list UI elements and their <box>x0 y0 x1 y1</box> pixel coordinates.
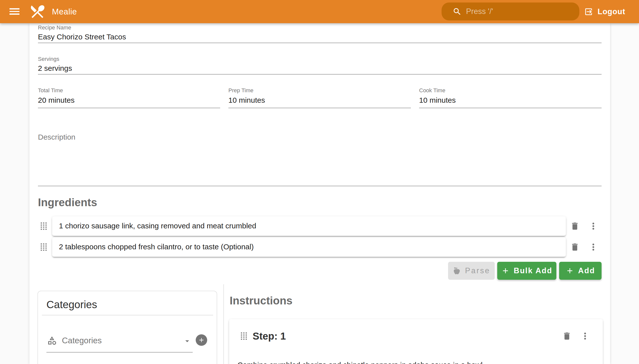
categories-select-underline <box>46 352 193 352</box>
prep-time-label: Prep Time <box>228 87 253 94</box>
delete-ingredient-icon[interactable] <box>570 222 580 231</box>
mealie-recipe-editor-page: { "app_bar": { "title": "Mealie", "searc… <box>0 0 639 364</box>
add-category-button[interactable] <box>196 334 207 346</box>
ingredient-menu-icon[interactable] <box>588 221 598 231</box>
drag-handle-icon[interactable] <box>41 243 47 251</box>
search-input[interactable]: Press '/' <box>442 2 579 20</box>
plus-icon <box>198 336 205 344</box>
ingredient-input[interactable]: 2 tablespoons chopped fresh cilantro, or… <box>52 237 566 257</box>
search-icon <box>453 7 462 16</box>
ingredients-heading: Ingredients <box>38 196 97 209</box>
app-bar: Mealie Press '/' Logout <box>0 0 639 23</box>
chevron-down-icon[interactable] <box>183 336 192 346</box>
categories-card: Categories Categories <box>38 291 217 364</box>
cook-time-label: Cook Time <box>419 87 445 94</box>
plus-icon <box>501 266 510 275</box>
ingredient-menu-icon[interactable] <box>588 242 598 252</box>
logout-label: Logout <box>597 7 625 16</box>
column-divider <box>224 284 224 364</box>
categories-select[interactable]: Categories <box>47 335 197 346</box>
delete-step-icon[interactable] <box>562 331 572 341</box>
categories-divider <box>42 315 213 316</box>
parse-label: Parse <box>465 266 490 275</box>
recipe-name-input[interactable]: Easy Chorizo Street Tacos <box>38 32 126 42</box>
ingredient-input[interactable]: 1 chorizo sausage link, casing removed a… <box>52 216 566 236</box>
plus-icon <box>566 266 574 275</box>
search-placeholder: Press '/' <box>466 2 493 20</box>
drag-handle-icon[interactable] <box>41 222 47 230</box>
step-text-input[interactable]: Combine crumbled chorizo and chipotle pe… <box>237 360 594 364</box>
cook-time-underline <box>419 108 601 108</box>
description-textarea[interactable] <box>38 142 601 186</box>
shapes-icon <box>47 336 57 346</box>
drag-handle-icon[interactable] <box>241 332 247 340</box>
categories-select-label: Categories <box>62 336 102 345</box>
page-background <box>610 23 639 364</box>
categories-title: Categories <box>46 299 97 311</box>
servings-input[interactable]: 2 servings <box>38 63 72 73</box>
instructions-heading: Instructions <box>230 294 293 307</box>
total-time-underline <box>38 108 220 108</box>
menu-icon[interactable] <box>10 8 20 15</box>
recipe-name-label: Recipe Name <box>38 24 71 31</box>
servings-label: Servings <box>38 56 59 62</box>
add-label: Add <box>578 266 595 275</box>
description-underline <box>38 186 601 186</box>
step-menu-icon[interactable] <box>580 331 590 341</box>
app-title: Mealie <box>52 0 77 23</box>
total-time-input[interactable]: 20 minutes <box>38 95 75 105</box>
servings-underline <box>38 74 601 74</box>
cook-time-input[interactable]: 10 minutes <box>419 95 456 105</box>
apple-icon <box>453 266 461 275</box>
bulk-add-label: Bulk Add <box>514 266 552 275</box>
description-label: Description <box>38 133 75 142</box>
total-time-label: Total Time <box>38 87 63 94</box>
recipe-name-underline <box>38 43 601 43</box>
delete-ingredient-icon[interactable] <box>570 242 580 252</box>
bulk-add-button[interactable]: Bulk Add <box>497 262 556 280</box>
step-title: Step: 1 <box>253 330 286 342</box>
prep-time-underline <box>228 108 411 108</box>
mealie-logo-icon <box>29 3 46 20</box>
parse-button[interactable]: Parse <box>448 262 495 280</box>
instruction-step-card: Step: 1 Combine crumbled chorizo and chi… <box>229 319 603 364</box>
logout-icon <box>584 7 593 16</box>
logout-button[interactable]: Logout <box>584 0 625 23</box>
prep-time-input[interactable]: 10 minutes <box>228 95 265 105</box>
add-ingredient-button[interactable]: Add <box>559 262 601 280</box>
